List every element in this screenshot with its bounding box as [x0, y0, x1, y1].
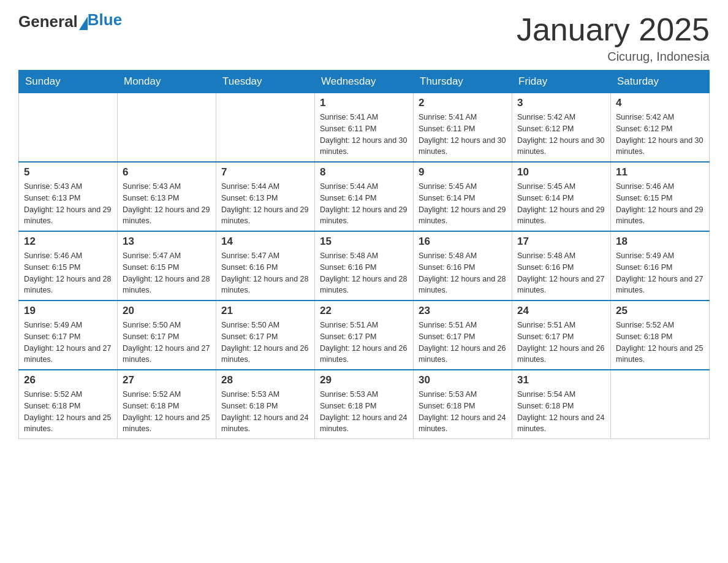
- day-number: 21: [221, 305, 309, 317]
- calendar-cell: 27Sunrise: 5:52 AM Sunset: 6:18 PM Dayli…: [118, 370, 216, 439]
- days-of-week-row: SundayMondayTuesdayWednesdayThursdayFrid…: [19, 71, 710, 93]
- day-info: Sunrise: 5:47 AM Sunset: 6:16 PM Dayligh…: [221, 250, 309, 296]
- day-number: 22: [320, 305, 408, 317]
- day-info: Sunrise: 5:53 AM Sunset: 6:18 PM Dayligh…: [419, 389, 507, 435]
- day-number: 2: [419, 97, 507, 109]
- calendar-cell: [611, 370, 710, 439]
- calendar-title: January 2025: [517, 12, 710, 47]
- day-number: 13: [123, 236, 211, 248]
- day-number: 23: [419, 305, 507, 317]
- calendar-cell: 29Sunrise: 5:53 AM Sunset: 6:18 PM Dayli…: [315, 370, 414, 439]
- day-header-thursday: Thursday: [414, 71, 512, 93]
- calendar-cell: 9Sunrise: 5:45 AM Sunset: 6:14 PM Daylig…: [414, 162, 512, 231]
- day-info: Sunrise: 5:48 AM Sunset: 6:16 PM Dayligh…: [320, 250, 408, 296]
- day-info: Sunrise: 5:50 AM Sunset: 6:17 PM Dayligh…: [221, 320, 309, 366]
- day-number: 18: [616, 236, 704, 248]
- day-info: Sunrise: 5:51 AM Sunset: 6:17 PM Dayligh…: [517, 320, 605, 366]
- day-header-tuesday: Tuesday: [216, 71, 315, 93]
- day-info: Sunrise: 5:46 AM Sunset: 6:15 PM Dayligh…: [24, 250, 112, 296]
- logo-general-text: General: [18, 12, 78, 31]
- calendar-cell: 18Sunrise: 5:49 AM Sunset: 6:16 PM Dayli…: [611, 231, 710, 301]
- day-info: Sunrise: 5:49 AM Sunset: 6:16 PM Dayligh…: [616, 250, 704, 296]
- day-number: 17: [517, 236, 605, 248]
- day-number: 10: [517, 166, 605, 178]
- day-number: 14: [221, 236, 309, 248]
- day-info: Sunrise: 5:53 AM Sunset: 6:18 PM Dayligh…: [320, 389, 408, 435]
- day-number: 19: [24, 305, 112, 317]
- calendar-cell: 15Sunrise: 5:48 AM Sunset: 6:16 PM Dayli…: [315, 231, 414, 301]
- logo: General Blue: [18, 12, 122, 31]
- calendar-cell: 16Sunrise: 5:48 AM Sunset: 6:16 PM Dayli…: [414, 231, 512, 301]
- calendar-cell: [216, 93, 315, 163]
- calendar-cell: 23Sunrise: 5:51 AM Sunset: 6:17 PM Dayli…: [414, 301, 512, 370]
- day-number: 12: [24, 236, 112, 248]
- week-row-1: 1Sunrise: 5:41 AM Sunset: 6:11 PM Daylig…: [19, 93, 710, 163]
- day-number: 11: [616, 166, 704, 178]
- day-number: 7: [221, 166, 309, 178]
- calendar-cell: 6Sunrise: 5:43 AM Sunset: 6:13 PM Daylig…: [118, 162, 216, 231]
- day-info: Sunrise: 5:45 AM Sunset: 6:14 PM Dayligh…: [517, 181, 605, 227]
- calendar-cell: 30Sunrise: 5:53 AM Sunset: 6:18 PM Dayli…: [414, 370, 512, 439]
- day-info: Sunrise: 5:52 AM Sunset: 6:18 PM Dayligh…: [24, 389, 112, 435]
- day-info: Sunrise: 5:45 AM Sunset: 6:14 PM Dayligh…: [419, 181, 507, 227]
- calendar-cell: 2Sunrise: 5:41 AM Sunset: 6:11 PM Daylig…: [414, 93, 512, 163]
- day-info: Sunrise: 5:53 AM Sunset: 6:18 PM Dayligh…: [221, 389, 309, 435]
- calendar-header: SundayMondayTuesdayWednesdayThursdayFrid…: [19, 71, 710, 93]
- calendar-cell: 5Sunrise: 5:43 AM Sunset: 6:13 PM Daylig…: [19, 162, 118, 231]
- day-info: Sunrise: 5:44 AM Sunset: 6:13 PM Dayligh…: [221, 181, 309, 227]
- day-number: 31: [517, 374, 605, 386]
- day-info: Sunrise: 5:52 AM Sunset: 6:18 PM Dayligh…: [616, 320, 704, 366]
- day-info: Sunrise: 5:51 AM Sunset: 6:17 PM Dayligh…: [320, 320, 408, 366]
- day-number: 25: [616, 305, 704, 317]
- page-header: General Blue January 2025 Cicurug, Indon…: [18, 12, 710, 64]
- day-number: 1: [320, 97, 408, 109]
- day-number: 3: [517, 97, 605, 109]
- day-number: 6: [123, 166, 211, 178]
- calendar-cell: 28Sunrise: 5:53 AM Sunset: 6:18 PM Dayli…: [216, 370, 315, 439]
- day-number: 8: [320, 166, 408, 178]
- calendar-cell: 11Sunrise: 5:46 AM Sunset: 6:15 PM Dayli…: [611, 162, 710, 231]
- calendar-cell: 24Sunrise: 5:51 AM Sunset: 6:17 PM Dayli…: [512, 301, 611, 370]
- calendar-cell: 19Sunrise: 5:49 AM Sunset: 6:17 PM Dayli…: [19, 301, 118, 370]
- week-row-5: 26Sunrise: 5:52 AM Sunset: 6:18 PM Dayli…: [19, 370, 710, 439]
- calendar-cell: 20Sunrise: 5:50 AM Sunset: 6:17 PM Dayli…: [118, 301, 216, 370]
- day-info: Sunrise: 5:41 AM Sunset: 6:11 PM Dayligh…: [419, 112, 507, 158]
- calendar-body: 1Sunrise: 5:41 AM Sunset: 6:11 PM Daylig…: [19, 93, 710, 439]
- day-header-wednesday: Wednesday: [315, 71, 414, 93]
- day-info: Sunrise: 5:51 AM Sunset: 6:17 PM Dayligh…: [419, 320, 507, 366]
- calendar-cell: 22Sunrise: 5:51 AM Sunset: 6:17 PM Dayli…: [315, 301, 414, 370]
- calendar-cell: 1Sunrise: 5:41 AM Sunset: 6:11 PM Daylig…: [315, 93, 414, 163]
- day-header-sunday: Sunday: [19, 71, 118, 93]
- calendar-cell: 10Sunrise: 5:45 AM Sunset: 6:14 PM Dayli…: [512, 162, 611, 231]
- day-info: Sunrise: 5:42 AM Sunset: 6:12 PM Dayligh…: [616, 112, 704, 158]
- calendar-cell: 14Sunrise: 5:47 AM Sunset: 6:16 PM Dayli…: [216, 231, 315, 301]
- day-number: 15: [320, 236, 408, 248]
- day-number: 28: [221, 374, 309, 386]
- week-row-3: 12Sunrise: 5:46 AM Sunset: 6:15 PM Dayli…: [19, 231, 710, 301]
- calendar-cell: 12Sunrise: 5:46 AM Sunset: 6:15 PM Dayli…: [19, 231, 118, 301]
- calendar-cell: 25Sunrise: 5:52 AM Sunset: 6:18 PM Dayli…: [611, 301, 710, 370]
- calendar-cell: [118, 93, 216, 163]
- calendar-cell: 8Sunrise: 5:44 AM Sunset: 6:14 PM Daylig…: [315, 162, 414, 231]
- week-row-2: 5Sunrise: 5:43 AM Sunset: 6:13 PM Daylig…: [19, 162, 710, 231]
- day-info: Sunrise: 5:46 AM Sunset: 6:15 PM Dayligh…: [616, 181, 704, 227]
- calendar-table: SundayMondayTuesdayWednesdayThursdayFrid…: [18, 70, 710, 439]
- day-info: Sunrise: 5:43 AM Sunset: 6:13 PM Dayligh…: [24, 181, 112, 227]
- day-header-friday: Friday: [512, 71, 611, 93]
- day-number: 29: [320, 374, 408, 386]
- day-number: 4: [616, 97, 704, 109]
- day-info: Sunrise: 5:48 AM Sunset: 6:16 PM Dayligh…: [419, 250, 507, 296]
- day-header-monday: Monday: [118, 71, 216, 93]
- day-info: Sunrise: 5:50 AM Sunset: 6:17 PM Dayligh…: [123, 320, 211, 366]
- calendar-cell: 31Sunrise: 5:54 AM Sunset: 6:18 PM Dayli…: [512, 370, 611, 439]
- day-info: Sunrise: 5:48 AM Sunset: 6:16 PM Dayligh…: [517, 250, 605, 296]
- day-info: Sunrise: 5:43 AM Sunset: 6:13 PM Dayligh…: [123, 181, 211, 227]
- day-number: 26: [24, 374, 112, 386]
- week-row-4: 19Sunrise: 5:49 AM Sunset: 6:17 PM Dayli…: [19, 301, 710, 370]
- calendar-cell: 26Sunrise: 5:52 AM Sunset: 6:18 PM Dayli…: [19, 370, 118, 439]
- calendar-cell: 7Sunrise: 5:44 AM Sunset: 6:13 PM Daylig…: [216, 162, 315, 231]
- day-info: Sunrise: 5:42 AM Sunset: 6:12 PM Dayligh…: [517, 112, 605, 158]
- day-number: 20: [123, 305, 211, 317]
- calendar-cell: 17Sunrise: 5:48 AM Sunset: 6:16 PM Dayli…: [512, 231, 611, 301]
- day-info: Sunrise: 5:47 AM Sunset: 6:15 PM Dayligh…: [123, 250, 211, 296]
